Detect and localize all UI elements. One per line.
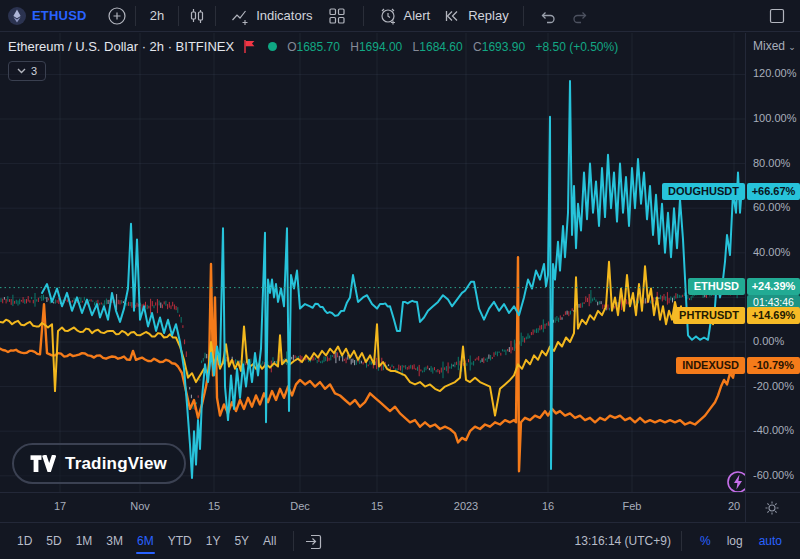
range-button-3m[interactable]: 3M	[99, 530, 130, 552]
scale-tick-label: 80.00%	[753, 157, 790, 169]
series-tag-doughusdt[interactable]: DOUGHUSDT	[662, 183, 745, 200]
time-tick-label: 15	[208, 500, 220, 512]
chart-main: Ethereum / U.S. Dollar · 2h · BITFINEX O…	[0, 33, 800, 492]
time-tick-label: 15	[371, 500, 383, 512]
price-scale[interactable]: Mixed ⌄ 120.00%100.00%80.00%60.00%40.00%…	[745, 33, 800, 492]
price-label-doughusdt[interactable]: +66.67%	[747, 183, 800, 200]
scale-tick-label: 100.00%	[753, 112, 796, 124]
replay-label: Replay	[468, 8, 508, 23]
tradingview-logo-icon	[29, 455, 56, 472]
top-toolbar: ETHUSD 2h Indicators Alert	[0, 0, 800, 32]
scale-settings-gear-icon[interactable]	[764, 500, 780, 516]
flag-icon[interactable]	[244, 40, 256, 53]
layout-grid-icon[interactable]	[327, 6, 347, 26]
series-tag-phtrusdt[interactable]: PHTRUSDT	[673, 307, 745, 324]
compare-add-icon[interactable]	[107, 6, 127, 26]
range-button-6m[interactable]: 6M	[130, 530, 161, 552]
collapsed-count: 3	[31, 65, 37, 77]
series-tag-indexusd[interactable]: INDEXUSD	[676, 357, 745, 374]
symbol-button[interactable]: ETHUSD	[26, 3, 93, 29]
tradingview-watermark[interactable]: TradingView	[12, 443, 186, 484]
scale-tick-label: -60.00%	[753, 469, 794, 481]
range-button-1d[interactable]: 1D	[10, 530, 39, 552]
percent-scale-button[interactable]: %	[692, 534, 719, 548]
series-tag-ethusd[interactable]: ETHUSD	[688, 278, 745, 295]
time-tick-label: Nov	[130, 500, 150, 512]
chart-plot	[0, 33, 745, 492]
ohlc-values: O1685.70 H1694.00 L1684.60 C1693.90 +8.5…	[287, 40, 618, 54]
scale-tick-label: -20.00%	[753, 380, 794, 392]
indicators-button[interactable]: Indicators	[224, 3, 318, 29]
scale-mode-label[interactable]: Mixed ⌄	[753, 39, 796, 53]
fullscreen-icon[interactable]	[768, 7, 786, 25]
scale-tick-label: 40.00%	[753, 246, 790, 258]
chevron-down-icon	[17, 68, 26, 74]
time-tick-label: 16	[542, 500, 554, 512]
redo-icon[interactable]	[570, 6, 590, 26]
log-scale-button[interactable]: log	[719, 534, 751, 548]
indicators-label: Indicators	[256, 8, 312, 23]
time-tick-label: 17	[54, 500, 66, 512]
ethereum-logo-icon	[8, 7, 26, 25]
range-button-all[interactable]: All	[256, 530, 283, 552]
price-label-phtrusdt[interactable]: +14.69%	[747, 307, 800, 324]
lightning-icon[interactable]	[726, 470, 745, 492]
symbol-legend[interactable]: Ethereum / U.S. Dollar · 2h · BITFINEX O…	[8, 39, 618, 54]
interval-button[interactable]: 2h	[144, 3, 170, 29]
scale-tick-label: -40.00%	[753, 424, 794, 436]
range-button-5y[interactable]: 5Y	[227, 530, 256, 552]
market-status-dot[interactable]	[268, 42, 277, 51]
goto-date-icon[interactable]	[304, 532, 323, 551]
auto-scale-button[interactable]: auto	[751, 534, 790, 548]
indicators-collapse-box[interactable]: 3	[8, 61, 46, 81]
alert-button[interactable]: Alert	[372, 3, 437, 29]
time-tick-label: 20	[728, 500, 740, 512]
clock-label[interactable]: 13:16:14 (UTC+9)	[575, 534, 671, 548]
scale-tick-label: 60.00%	[753, 201, 790, 213]
range-button-1y[interactable]: 1Y	[199, 530, 228, 552]
chart-canvas[interactable]: Ethereum / U.S. Dollar · 2h · BITFINEX O…	[0, 33, 745, 492]
time-axis[interactable]: 17Nov15Dec15202316Feb20	[0, 492, 800, 522]
undo-icon[interactable]	[538, 6, 558, 26]
tradingview-logo-text: TradingView	[65, 454, 167, 474]
replay-button[interactable]: Replay	[436, 3, 514, 29]
change-value: +8.50 (+0.50%)	[535, 40, 618, 54]
alert-label: Alert	[404, 8, 431, 23]
alert-clock-icon	[378, 6, 398, 26]
legend-title[interactable]: Ethereum / U.S. Dollar · 2h · BITFINEX	[8, 39, 234, 54]
price-label-ethusd[interactable]: +24.39%	[747, 278, 800, 295]
time-tick-label: 2023	[454, 500, 478, 512]
replay-icon	[442, 6, 462, 26]
range-button-5d[interactable]: 5D	[39, 530, 68, 552]
chart-type-candles-icon[interactable]	[187, 6, 207, 26]
indicators-icon	[230, 6, 250, 26]
time-tick-label: Feb	[623, 500, 642, 512]
range-button-1m[interactable]: 1M	[69, 530, 100, 552]
bottom-toolbar: 1D5D1M3M6MYTD1Y5YAll 13:16:14 (UTC+9) % …	[0, 522, 800, 559]
range-button-ytd[interactable]: YTD	[161, 530, 199, 552]
scale-tick-label: 0.00%	[753, 335, 784, 347]
time-tick-label: Dec	[290, 500, 310, 512]
scale-tick-label: 120.00%	[753, 67, 796, 79]
price-label-indexusd[interactable]: -10.79%	[747, 357, 800, 374]
